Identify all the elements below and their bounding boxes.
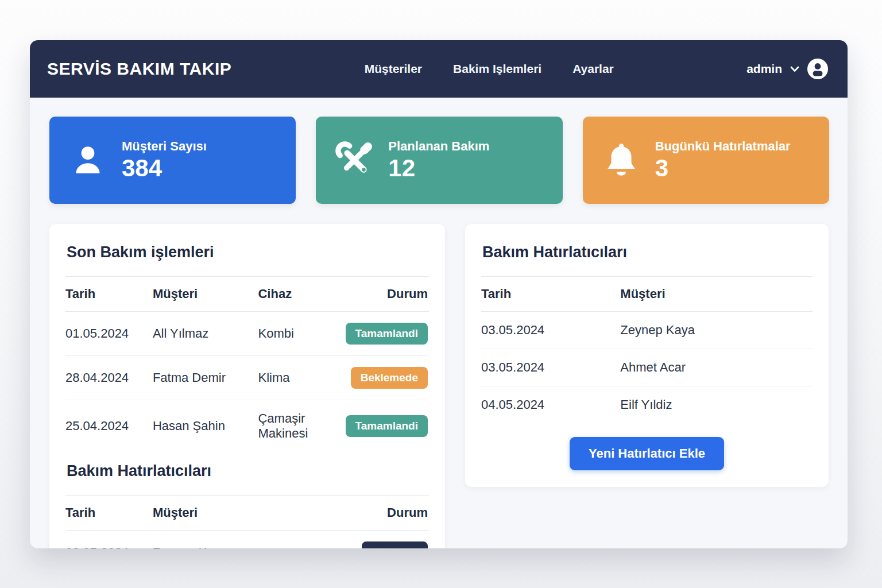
cell-device: Klima [258, 356, 334, 400]
username-label[interactable]: admin [746, 62, 782, 76]
app-header: SERVİS BAKIM TAKIP Müşteriler Bakim Işle… [30, 40, 848, 98]
stat-value: 12 [388, 155, 489, 181]
cell-device: Kombi [258, 312, 334, 356]
stat-value: 3 [655, 155, 791, 181]
cell-device: Çamaşir Makinesi [258, 400, 334, 452]
cell-customer: Ahmet Acar [620, 349, 813, 386]
bell-icon [602, 141, 640, 179]
status-badge: Tamamja [362, 541, 428, 548]
cell-date: 04.05.2024 [481, 386, 620, 424]
stat-card-bugunku-hatirlatmalar: Bugünkü Hatırlatmalar 3 [583, 117, 829, 204]
add-reminder-button[interactable]: Yeni Hatırlatıcı Ekle [570, 437, 724, 470]
stat-card-musteri-sayisi: Müşteri Sayısı 384 [49, 117, 296, 204]
table-row: 04.05.2024 Eilf Yıldiz [481, 386, 813, 424]
table-row: 03.05.2024 Zeynep Kaya Tamamja [65, 531, 429, 549]
stat-label: Bugünkü Hatırlatmalar [655, 139, 791, 154]
status-badge: Tamamlandi [346, 415, 428, 437]
app-window: SERVİS BAKIM TAKIP Müşteriler Bakim Işle… [30, 40, 848, 548]
person-icon [807, 59, 828, 79]
panel-title-reminders: Bakım Hatırlatıcıları [482, 243, 813, 261]
main-nav: Müşteriler Bakim Işlemleri Ayarlar [365, 62, 614, 76]
stat-cards-row: Müşteri Sayısı 384 Planlanan Bakım 12 [49, 117, 829, 204]
panel-title-recent: Son Bakım işlemleri [67, 243, 429, 261]
cell-date: 25.04.2024 [65, 400, 153, 452]
recent-maintenance-panel: Son Bakım işlemleri Tarih Müşteri Cihaz … [49, 224, 445, 548]
cell-customer: All Yılmaz [153, 312, 258, 356]
col-header-tarih: Tarih [65, 496, 153, 531]
nav-item-bakim-islemleri[interactable]: Bakim Işlemleri [453, 62, 541, 76]
col-header-tarih: Tarih [481, 277, 620, 312]
col-header-musteri: Müşteri [153, 496, 331, 531]
table-row: 28.04.2024 Fatma Demir Klima Beklemede [65, 356, 429, 400]
user-avatar-icon[interactable] [807, 59, 828, 79]
cell-customer: Eilf Yıldiz [620, 386, 813, 424]
recent-maintenance-table: Tarih Müşteri Cihaz Durum 01.05.2024 All… [65, 276, 429, 452]
status-badge: Beklemede [351, 367, 428, 389]
nav-item-ayarlar[interactable]: Ayarlar [572, 62, 614, 76]
cell-customer: Zeynep Kaya [153, 531, 331, 549]
cell-date: 28.04.2024 [65, 356, 153, 400]
table-row: 03.05.2024 Ahmet Acar [481, 349, 813, 386]
cell-date: 03.05.2024 [481, 312, 620, 349]
nav-item-musteriler[interactable]: Müşteriler [365, 62, 422, 76]
reminders-left-table: Tarih Müşteri Durum 03.05.2024 Zeynep Ka… [65, 495, 429, 548]
reminders-table: Tarih Müşteri 03.05.2024 Zeynep Kaya 03.… [481, 276, 813, 423]
reminders-panel: Bakım Hatırlatıcıları Tarih Müşteri 03.0… [465, 224, 829, 487]
table-row: 25.04.2024 Hasan Şahin Çamaşir Makinesi … [65, 400, 429, 452]
app-title: SERVİS BAKIM TAKIP [47, 59, 231, 79]
cell-date: 01.05.2024 [65, 312, 153, 356]
cell-customer: Fatma Demir [153, 356, 258, 400]
status-badge: Tamamlandi [346, 323, 428, 345]
cell-date: 03.05.2024 [481, 349, 620, 386]
stat-label: Müşteri Sayısı [122, 139, 207, 154]
col-header-durum: Durum [331, 496, 429, 531]
table-row: 03.05.2024 Zeynep Kaya [481, 312, 813, 349]
stat-value: 384 [122, 155, 207, 181]
tools-icon [335, 141, 373, 179]
cell-date: 03.05.2024 [65, 531, 153, 549]
stat-card-planlanan-bakim: Planlanan Bakım 12 [316, 117, 562, 204]
cell-customer: Hasan Şahin [153, 400, 258, 452]
col-header-musteri: Müşteri [620, 277, 813, 312]
table-row: 01.05.2024 All Yılmaz Kombi Tamamlandi [65, 312, 429, 356]
panel-title-reminders-left: Bakım Hatırlatıcıları [67, 462, 429, 480]
user-icon [69, 141, 107, 179]
user-menu[interactable]: admin [746, 59, 828, 79]
col-header-durum: Durum [334, 277, 429, 312]
col-header-musteri: Müşteri [153, 277, 258, 312]
chevron-down-icon[interactable] [790, 66, 799, 72]
col-header-tarih: Tarih [65, 277, 153, 312]
stat-label: Planlanan Bakım [388, 139, 489, 154]
col-header-cihaz: Cihaz [258, 277, 334, 312]
cell-customer: Zeynep Kaya [620, 312, 813, 349]
